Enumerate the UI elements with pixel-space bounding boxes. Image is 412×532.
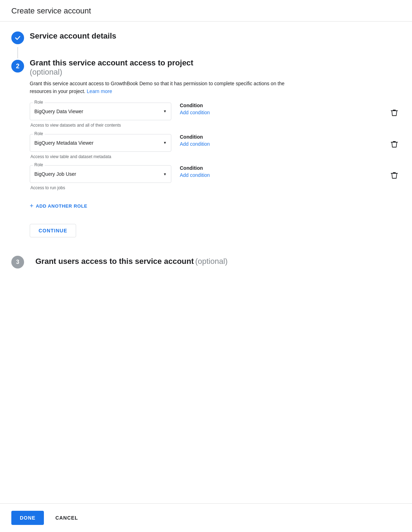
trash-icon-3 [391, 172, 398, 179]
step2-badge: 2 [11, 60, 24, 73]
step3-title-block: Grant users access to this service accou… [35, 257, 228, 266]
delete-role-1[interactable] [388, 106, 401, 121]
role-select-1[interactable]: BigQuery Data Viewer ▼ [30, 103, 171, 120]
bottom-bar: DONE CANCEL [0, 503, 412, 532]
add-condition-link-3[interactable]: Add condition [180, 172, 210, 178]
step2-header: 2 Grant this service account access to p… [11, 58, 401, 77]
role-row-1: Role BigQuery Data Viewer ▼ Access to vi… [30, 103, 401, 128]
role-row-2: Role BigQuery Metadata Viewer ▼ Access t… [30, 134, 401, 160]
role-select-2[interactable]: BigQuery Metadata Viewer ▼ [30, 134, 171, 151]
delete-role-2[interactable] [388, 138, 401, 153]
dropdown-arrow-2: ▼ [163, 141, 167, 145]
role-left-2: Role BigQuery Metadata Viewer ▼ Access t… [30, 134, 171, 160]
continue-button[interactable]: CONTINUE [30, 224, 76, 237]
main-content: Service account details 2 Grant this ser… [0, 22, 412, 294]
page-title: Create service account [11, 6, 91, 15]
condition-label-2: Condition [180, 134, 382, 140]
role-select-text-1: BigQuery Data Viewer [34, 109, 83, 114]
trash-icon-1 [391, 109, 398, 117]
role-label-2: Role [33, 131, 45, 136]
step3-badge: 3 [11, 256, 24, 268]
step2-title-block: Grant this service account access to pro… [30, 58, 401, 77]
role-select-3[interactable]: BigQuery Job User ▼ [30, 166, 171, 183]
step3-optional: (optional) [195, 257, 228, 266]
dropdown-arrow-1: ▼ [163, 109, 167, 113]
role-description-3: Access to run jobs [30, 185, 171, 191]
step2-container: 2 Grant this service account access to p… [11, 58, 401, 254]
step2-body: Grant this service account access to Gro… [30, 80, 401, 254]
connector-wrapper [11, 47, 24, 58]
checkmark-icon [14, 34, 21, 41]
add-condition-link-2[interactable]: Add condition [180, 141, 210, 147]
role-right-1: Condition Add condition [180, 103, 401, 121]
connector-line [17, 47, 18, 58]
role-select-text-2: BigQuery Metadata Viewer [34, 140, 93, 146]
role-left-3: Role BigQuery Job User ▼ Access to run j… [30, 165, 171, 191]
add-another-role-button[interactable]: + ADD ANOTHER ROLE [30, 200, 87, 213]
step3-title: Grant users access to this service accou… [35, 257, 194, 266]
condition-block-3: Condition Add condition [180, 165, 382, 178]
delete-role-3[interactable] [388, 169, 401, 184]
condition-label-1: Condition [180, 103, 382, 108]
role-field-3: Role BigQuery Job User ▼ [30, 165, 171, 183]
role-label-3: Role [33, 162, 45, 167]
step2-subtitle: (optional) [30, 68, 62, 76]
dropdown-arrow-3: ▼ [163, 172, 167, 176]
role-row-3: Role BigQuery Job User ▼ Access to run j… [30, 165, 401, 191]
page-header: Create service account [0, 0, 412, 22]
cancel-button[interactable]: CANCEL [52, 511, 81, 525]
condition-block-2: Condition Add condition [180, 134, 382, 147]
add-condition-link-1[interactable]: Add condition [180, 110, 210, 115]
step-connector-1 [11, 47, 401, 58]
role-select-text-3: BigQuery Job User [34, 171, 76, 177]
done-button[interactable]: DONE [11, 511, 44, 525]
condition-block-1: Condition Add condition [180, 103, 382, 115]
step2-title: Grant this service account access to pro… [30, 58, 193, 67]
role-right-3: Condition Add condition [180, 165, 401, 184]
role-field-2: Role BigQuery Metadata Viewer ▼ [30, 134, 171, 152]
role-field-1: Role BigQuery Data Viewer ▼ [30, 103, 171, 120]
add-role-label: ADD ANOTHER ROLE [36, 203, 87, 209]
plus-icon: + [30, 202, 34, 210]
role-description-2: Access to view table and dataset metadat… [30, 154, 171, 160]
role-description-1: Access to view datasets and all of their… [30, 122, 171, 128]
step2-description: Grant this service account access to Gro… [30, 80, 299, 96]
step1-badge [11, 31, 24, 44]
role-label-1: Role [33, 100, 45, 105]
condition-label-3: Condition [180, 165, 382, 171]
role-left-1: Role BigQuery Data Viewer ▼ Access to vi… [30, 103, 171, 128]
role-right-2: Condition Add condition [180, 134, 401, 153]
step1-row: Service account details [11, 30, 401, 44]
role-rows: Role BigQuery Data Viewer ▼ Access to vi… [30, 103, 401, 197]
step3-row: 3 Grant users access to this service acc… [11, 254, 401, 268]
learn-more-link[interactable]: Learn more [87, 88, 112, 94]
trash-icon-2 [391, 140, 398, 148]
step1-title: Service account details [30, 30, 116, 41]
